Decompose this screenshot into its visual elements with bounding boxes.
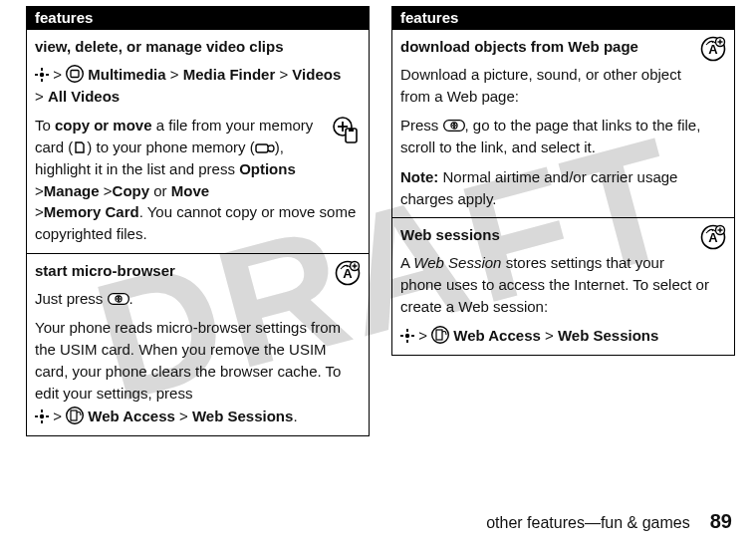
svg-rect-6 [71, 70, 79, 77]
multimedia-ring-icon [66, 65, 84, 83]
footer-section: other features—fun & games [486, 514, 690, 532]
network-badge-icon: A [700, 224, 726, 250]
left-cell-video: view, delete, or manage video clips > Mu… [27, 30, 370, 254]
cell-title: start micro-browser [35, 260, 361, 282]
txt: To [35, 117, 55, 134]
content-columns: features view, delete, or manage video c… [0, 0, 756, 436]
nav-websessions: Web Sessions [558, 327, 658, 344]
cell-title: download objects from Web page [400, 36, 726, 58]
svg-rect-4 [46, 74, 49, 76]
nav-path-videos: > Multimedia > Media Finder > Videos > A… [35, 64, 361, 108]
left-table-header: features [27, 7, 370, 30]
right-column: features A download objects from Web pag… [391, 6, 735, 436]
nav-websessions: Web Sessions [192, 408, 293, 424]
cell-title: view, delete, or manage video clips [35, 36, 361, 58]
nav-mediafinder: Media Finder [183, 66, 276, 83]
svg-point-21 [40, 414, 44, 418]
just-press-line: Just press . [35, 288, 361, 310]
svg-rect-44 [400, 335, 403, 337]
svg-rect-22 [41, 409, 43, 412]
svg-rect-24 [35, 415, 38, 417]
cell-title: Web sessions [400, 224, 726, 246]
svg-rect-47 [436, 330, 442, 340]
webaccess-ring-icon [66, 407, 84, 424]
left-cell-browser: A start micro-browser Just press . Your … [27, 253, 370, 435]
nav-webaccess: Web Access [453, 327, 541, 344]
txt: ) to your phone memory ( [87, 138, 254, 155]
right-table-header: features [392, 7, 735, 30]
txt: . [129, 290, 133, 307]
web-key-icon [108, 293, 129, 305]
note-label: Note: [400, 168, 438, 185]
svg-point-0 [40, 73, 44, 77]
right-cell-download: A download objects from Web page Downloa… [392, 30, 735, 218]
network-badge-icon: A [700, 36, 726, 62]
center-key-icon [35, 409, 49, 423]
copy-move-paragraph: To copy or move a file from your memory … [35, 115, 361, 245]
center-key-icon [35, 68, 49, 82]
copy-move-bold: copy or move [55, 117, 152, 134]
nav-manage: Manage [44, 182, 100, 199]
svg-rect-42 [406, 329, 408, 332]
nav-path-websessions2: > Web Access > Web Sessions [400, 325, 726, 347]
txt-or: or [149, 182, 171, 199]
nav-allvideos: All Videos [48, 88, 120, 105]
svg-rect-12 [256, 144, 268, 152]
note-body: Normal airtime and/or carrier usage char… [400, 168, 677, 207]
svg-rect-27 [71, 410, 77, 420]
phone-memory-icon [255, 142, 275, 154]
svg-rect-25 [46, 415, 49, 417]
nav-copy: Copy [113, 182, 150, 199]
txt: Just press [35, 290, 108, 307]
txt: Press [400, 117, 443, 134]
svg-rect-23 [41, 420, 43, 423]
network-badge-icon: A [335, 260, 361, 286]
svg-rect-11 [349, 129, 354, 132]
nav-path-websessions: > Web Access > Web Sessions. [35, 406, 361, 427]
svg-point-41 [405, 334, 409, 338]
left-column: features view, delete, or manage video c… [26, 6, 370, 436]
websession-intro: A Web Session stores settings that your … [400, 252, 726, 317]
nav-webaccess: Web Access [88, 408, 175, 424]
memory-card-icon [73, 140, 87, 154]
svg-rect-3 [35, 74, 38, 76]
svg-rect-45 [411, 335, 414, 337]
txt: A [400, 254, 413, 271]
left-features-table: features view, delete, or manage video c… [26, 6, 370, 436]
nav-memorycard: Memory Card [44, 203, 139, 220]
download-steps: Press , go to the page that links to the… [400, 115, 726, 158]
browser-settings-paragraph: Your phone reads micro-browser settings … [35, 317, 361, 404]
webaccess-ring-icon [431, 326, 449, 344]
svg-point-5 [67, 65, 84, 82]
svg-rect-1 [41, 68, 43, 71]
nav-options: Options [239, 160, 296, 177]
page-footer: other features—fun & games 89 [486, 510, 732, 533]
svg-rect-2 [41, 79, 43, 82]
nav-multimedia: Multimedia [88, 66, 165, 83]
txt: . [293, 408, 297, 424]
download-intro: Download a picture, sound, or other obje… [400, 64, 726, 108]
web-key-icon [443, 120, 465, 132]
center-key-icon [400, 329, 414, 343]
memory-badge-icon [333, 117, 361, 144]
svg-rect-43 [406, 340, 408, 343]
nav-videos: Videos [292, 66, 341, 83]
footer-page-number: 89 [710, 510, 732, 533]
websession-italic: Web Session [413, 254, 501, 271]
right-features-table: features A download objects from Web pag… [391, 6, 735, 356]
right-cell-websessions: A Web sessions A Web Session stores sett… [392, 218, 735, 356]
note-line: Note: Normal airtime and/or carrier usag… [400, 166, 726, 210]
nav-move: Move [171, 182, 209, 199]
